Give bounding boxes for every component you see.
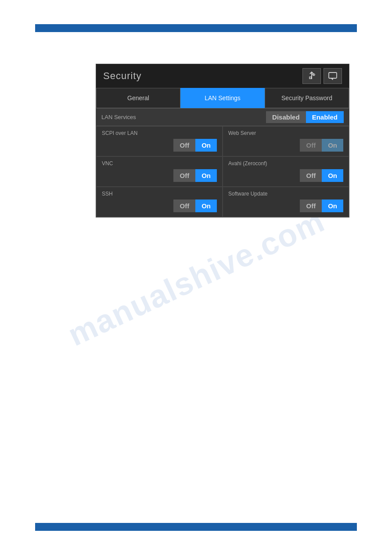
watermark: manualshive.com [62, 202, 330, 352]
lan-services-header: LAN Services Disabled Enabled [96, 108, 349, 126]
vnc-on-button[interactable]: On [195, 169, 217, 182]
software-update-label: Software Update [228, 191, 343, 197]
message-icon-button[interactable] [324, 68, 342, 84]
ssh-on-button[interactable]: On [195, 200, 217, 212]
scpi-label: SCPI over LAN [102, 130, 217, 136]
panel-content: LAN Services Disabled Enabled SCPI over … [96, 108, 349, 217]
service-cell-avahi: Avahi (Zeroconf) Off On [223, 156, 349, 187]
ssh-off-button[interactable]: Off [173, 200, 195, 212]
scpi-off-button[interactable]: Off [173, 139, 195, 152]
services-grid: SCPI over LAN Off On Web Server Off On V… [96, 126, 349, 217]
svg-rect-4 [329, 73, 337, 78]
tabs-row: General LAN Settings Security Password [96, 88, 349, 108]
lan-services-label: LAN Services [101, 114, 136, 120]
service-cell-webserver: Web Server Off On [223, 126, 349, 156]
avahi-label: Avahi (Zeroconf) [228, 160, 343, 167]
vnc-toggle-group: Off On [102, 169, 217, 182]
header-icons [302, 68, 342, 84]
tab-security-password[interactable]: Security Password [265, 88, 349, 108]
tab-general[interactable]: General [96, 88, 180, 108]
vnc-off-button[interactable]: Off [173, 169, 195, 182]
ssh-label: SSH [102, 191, 217, 197]
svg-rect-1 [309, 77, 311, 79]
software-update-off-button[interactable]: Off [300, 200, 322, 212]
enabled-disabled-toggle: Disabled Enabled [266, 111, 344, 123]
software-update-toggle-group: Off On [228, 200, 343, 212]
panel-title: Security [103, 70, 141, 82]
bottom-bar [35, 523, 357, 531]
service-cell-scpi: SCPI over LAN Off On [96, 126, 223, 156]
scpi-on-button[interactable]: On [195, 139, 217, 152]
disabled-button[interactable]: Disabled [266, 111, 306, 123]
webserver-label: Web Server [228, 130, 343, 136]
avahi-on-button[interactable]: On [322, 169, 343, 182]
webserver-toggle-group: Off On [228, 139, 343, 152]
avahi-toggle-group: Off On [228, 169, 343, 182]
service-cell-vnc: VNC Off On [96, 156, 223, 187]
panel-header: Security [96, 64, 349, 88]
usb-icon-button[interactable] [302, 68, 321, 84]
service-cell-ssh: SSH Off On [96, 187, 223, 217]
top-bar [35, 24, 357, 32]
device-panel: Security General [96, 64, 349, 218]
message-icon [328, 71, 338, 81]
scpi-toggle-group: Off On [102, 139, 217, 152]
enabled-button[interactable]: Enabled [306, 111, 344, 123]
webserver-on-button[interactable]: On [322, 139, 343, 152]
ssh-toggle-group: Off On [102, 200, 217, 212]
avahi-off-button[interactable]: Off [300, 169, 322, 182]
usb-icon [307, 71, 316, 81]
vnc-label: VNC [102, 160, 217, 167]
service-cell-software-update: Software Update Off On [223, 187, 349, 217]
webserver-off-button[interactable]: Off [300, 139, 322, 152]
software-update-on-button[interactable]: On [322, 200, 343, 212]
tab-lan-settings[interactable]: LAN Settings [180, 88, 265, 108]
